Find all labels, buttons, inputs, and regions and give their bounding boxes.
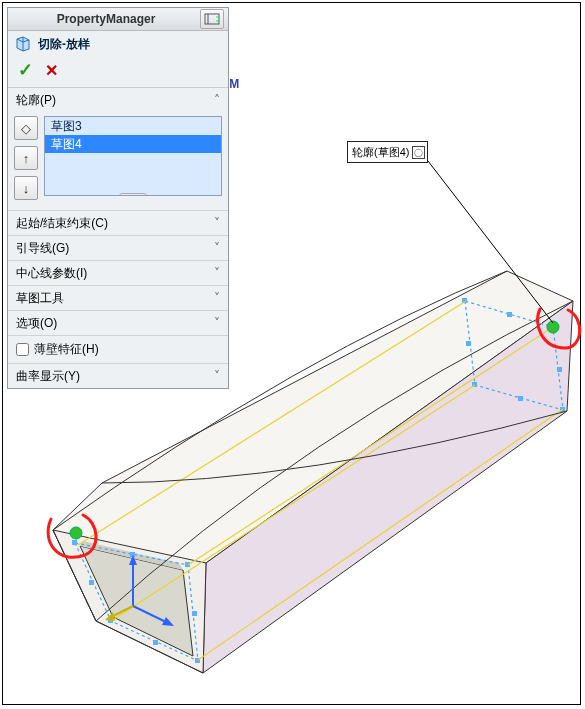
svg-line-29 — [198, 409, 563, 660]
svg-marker-3 — [53, 530, 199, 675]
svg-marker-7 — [80, 546, 193, 656]
list-item[interactable]: 草图4 — [45, 135, 221, 153]
svg-rect-14 — [89, 580, 94, 585]
svg-point-38 — [547, 321, 559, 333]
svg-marker-18 — [465, 301, 563, 410]
svg-line-35 — [111, 606, 133, 617]
section-options[interactable]: 选项(O) ˅ — [8, 311, 228, 335]
section-sketch-tools[interactable]: 草图工具 ˅ — [8, 286, 228, 310]
move-down-button[interactable]: ↓ — [14, 176, 38, 200]
pm-title: PropertyManager — [12, 12, 200, 26]
callout-label: 轮廓(草图4) — [352, 145, 409, 160]
svg-rect-11 — [108, 618, 113, 623]
svg-marker-36 — [105, 612, 115, 621]
property-manager-panel: PropertyManager 切除-放样 ✓ ✕ 轮廓(P) ˄ — [7, 7, 229, 389]
svg-line-33 — [133, 606, 168, 623]
chevron-down-icon: ˅ — [214, 369, 220, 383]
chevron-down-icon: ˅ — [214, 291, 220, 305]
thin-feature-label: 薄壁特征(H) — [34, 341, 99, 358]
list-item[interactable]: 草图3 — [45, 117, 221, 135]
chevron-up-icon: ˄ — [214, 93, 220, 107]
loft-cut-icon — [14, 35, 32, 53]
svg-rect-21 — [560, 407, 565, 412]
svg-marker-32 — [129, 555, 137, 565]
svg-rect-13 — [185, 562, 190, 567]
svg-rect-15 — [153, 640, 158, 645]
profile-selector-button[interactable]: ◇ — [14, 116, 38, 140]
section-guide-curves[interactable]: 引导线(G) ˅ — [8, 236, 228, 260]
svg-rect-23 — [466, 341, 471, 346]
svg-rect-25 — [557, 367, 562, 372]
list-resize-handle[interactable] — [119, 193, 147, 196]
chevron-down-icon: ˅ — [214, 316, 220, 330]
cancel-button[interactable]: ✕ — [45, 61, 58, 80]
svg-marker-34 — [162, 617, 174, 626]
svg-rect-19 — [462, 298, 467, 303]
ok-button[interactable]: ✓ — [18, 59, 33, 81]
profile-callout[interactable]: 轮廓(草图4) ◯ — [347, 141, 428, 163]
svg-line-5 — [53, 530, 96, 621]
svg-marker-2 — [53, 530, 206, 673]
chevron-down-icon: ˅ — [214, 266, 220, 280]
svg-rect-26 — [507, 312, 512, 317]
section-profiles[interactable]: 轮廓(P) ˄ — [8, 88, 228, 112]
svg-rect-40 — [205, 14, 219, 24]
svg-rect-17 — [130, 552, 135, 557]
chevron-down-icon: ˅ — [214, 216, 220, 230]
section-centerline[interactable]: 中心线参数(I) ˅ — [8, 261, 228, 285]
svg-rect-10 — [72, 540, 77, 545]
svg-line-39 — [428, 161, 553, 323]
svg-marker-8 — [80, 541, 183, 570]
svg-rect-16 — [192, 611, 197, 616]
feature-header: 切除-放样 — [8, 31, 228, 57]
svg-marker-1 — [203, 301, 573, 673]
profiles-listbox[interactable]: 草图3 草图4 — [44, 116, 222, 196]
svg-line-6 — [96, 621, 203, 673]
thin-feature-checkbox[interactable] — [16, 343, 29, 356]
feature-name: 切除-放样 — [38, 36, 90, 53]
svg-marker-4 — [53, 530, 206, 673]
svg-rect-12 — [195, 658, 200, 663]
svg-rect-20 — [472, 382, 477, 387]
svg-point-37 — [70, 527, 82, 539]
section-start-end[interactable]: 起始/结束约束(C) ˅ — [8, 211, 228, 235]
svg-line-30 — [188, 327, 553, 565]
pm-header: PropertyManager — [8, 8, 228, 31]
callout-handle-icon: ◯ — [412, 146, 425, 159]
svg-line-28 — [111, 385, 475, 621]
svg-rect-22 — [550, 324, 555, 329]
move-up-button[interactable]: ↑ — [14, 146, 38, 170]
section-curvature[interactable]: 曲率显示(Y) ˅ — [8, 364, 228, 388]
chevron-down-icon: ˅ — [214, 241, 220, 255]
pm-pin-button[interactable] — [200, 9, 224, 29]
svg-marker-9 — [75, 543, 198, 661]
svg-rect-24 — [518, 396, 523, 401]
